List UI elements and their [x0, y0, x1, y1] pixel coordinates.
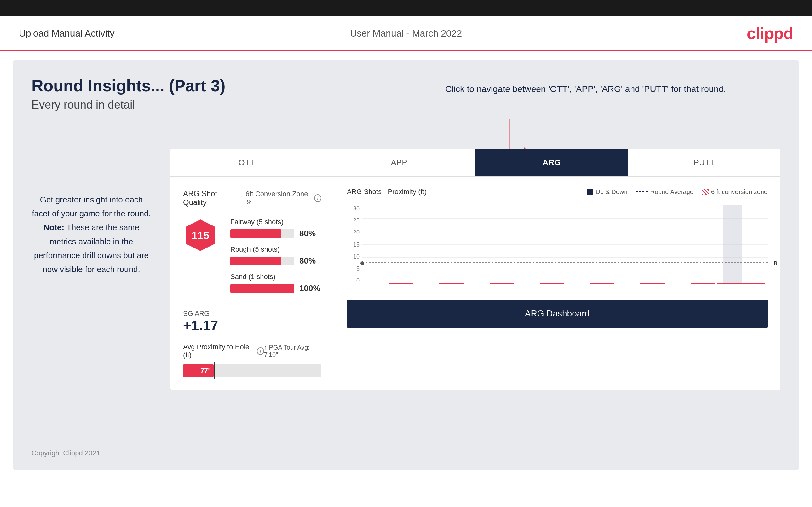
ui-panel: OTT APP ARG PUTT ARG Shot Quality 6ft Co…	[170, 149, 780, 390]
chart-y-labels: 0 5 10 15 20 25 30	[347, 205, 359, 284]
legend-box-updown	[587, 189, 593, 195]
tab-putt[interactable]: PUTT	[628, 149, 780, 176]
y-label-5: 5	[347, 266, 359, 272]
shot-label-fairway: Fairway (5 shots)	[230, 218, 321, 226]
shot-label-rough: Rough (5 shots)	[230, 245, 321, 253]
ref-value: 8	[773, 260, 777, 267]
y-label-25: 25	[347, 217, 359, 224]
proximity-avg: ↑ PGA Tour Avg: 7'10"	[264, 344, 321, 358]
bar-group-2	[415, 283, 464, 284]
bar-track-sand	[230, 284, 294, 293]
panel-header-title: ARG Shot Quality	[183, 189, 239, 207]
sg-label: SG ARG	[183, 309, 321, 318]
panel-header-subtitle: 6ft Conversion Zone % i	[246, 190, 321, 206]
y-label-10: 10	[347, 253, 359, 260]
proximity-section: Avg Proximity to Hole (ft) i ↑ PGA Tour …	[183, 343, 321, 377]
panel-body: ARG Shot Quality 6ft Conversion Zone % i…	[170, 177, 780, 390]
chart-area: 0 5 10 15 20 25 30	[347, 205, 768, 293]
legend-hatched-conversion	[702, 189, 709, 195]
hexagon-value: 115	[192, 229, 209, 241]
legend-item-updown: Up & Down	[587, 188, 627, 195]
proximity-label: Avg Proximity to Hole (ft) i	[183, 343, 264, 359]
y-label-30: 30	[347, 205, 359, 212]
chart-bar-hatched	[640, 283, 665, 284]
left-panel: ARG Shot Quality 6ft Conversion Zone % i…	[170, 177, 334, 390]
hexagon-container: 115 Fairway (5 shots) 80%	[183, 218, 321, 300]
right-panel: ARG Shots - Proximity (ft) Up & Down Rou…	[334, 177, 780, 390]
bar-fill-fairway	[230, 229, 282, 238]
chart-bar-hatched	[490, 283, 514, 284]
shot-bars: Fairway (5 shots) 80% Rough (5 shots)	[230, 218, 321, 300]
legend-dashed-roundavg	[636, 191, 648, 192]
bar-pct-fairway: 80%	[299, 229, 321, 238]
bar-group-4	[516, 283, 564, 284]
bar-pct-sand: 100%	[299, 283, 321, 293]
legend-item-roundavg: Round Average	[636, 188, 694, 195]
proximity-header: Avg Proximity to Hole (ft) i ↑ PGA Tour …	[183, 343, 321, 359]
bar-pct-rough: 80%	[299, 256, 321, 266]
shot-row-sand: Sand (1 shots) 100%	[230, 273, 321, 293]
tab-bar: OTT APP ARG PUTT	[170, 149, 780, 177]
tab-ott[interactable]: OTT	[170, 149, 323, 176]
shot-row-rough: Rough (5 shots) 80%	[230, 245, 321, 266]
tab-app[interactable]: APP	[323, 149, 475, 176]
bar-group-1	[365, 283, 413, 284]
proximity-bar-fill: 77'	[183, 364, 214, 377]
proximity-bar-track: 77'	[183, 364, 321, 377]
tab-arg[interactable]: ARG	[475, 149, 628, 176]
section-subtitle: Every round in detail	[32, 98, 780, 111]
y-label-0: 0	[347, 277, 359, 284]
chart-bars	[362, 205, 768, 284]
bar-group-6	[616, 283, 665, 284]
info-icon[interactable]: i	[314, 194, 321, 202]
chart-bar-hatched	[691, 283, 715, 284]
bar-fill-rough	[230, 257, 282, 266]
bar-track-fairway	[230, 229, 294, 238]
proximity-info-icon[interactable]: i	[257, 347, 264, 355]
upload-label[interactable]: Upload Manual Activity	[19, 28, 115, 39]
footer-copyright: Copyright Clippd 2021	[32, 449, 100, 457]
bar-group-5	[566, 283, 614, 284]
sg-section: SG ARG +1.17	[183, 309, 321, 334]
y-label-20: 20	[347, 229, 359, 236]
chart-bar-hatched-full	[717, 283, 765, 284]
bar-group-7	[666, 283, 715, 284]
dashboard-btn[interactable]: ARG Dashboard	[347, 300, 768, 328]
proximity-cursor	[214, 362, 215, 379]
shot-label-sand: Sand (1 shots)	[230, 273, 321, 281]
header-center-label: User Manual - March 2022	[350, 28, 462, 39]
chart-bar-hatched	[439, 283, 463, 284]
left-description: Get greater insight into each facet of y…	[32, 193, 151, 276]
hexagon-badge: 115	[183, 218, 218, 252]
sg-value: +1.17	[183, 318, 321, 334]
shot-row-fairway: Fairway (5 shots) 80%	[230, 218, 321, 238]
right-panel-header: ARG Shots - Proximity (ft) Up & Down Rou…	[347, 188, 768, 196]
nav-annotation: Click to navigate between 'OTT', 'APP', …	[445, 82, 726, 96]
legend: Up & Down Round Average 6 ft conversion …	[587, 188, 768, 195]
legend-item-conversion: 6 ft conversion zone	[702, 188, 768, 195]
bar-track-rough	[230, 257, 294, 266]
bar-fill-sand	[230, 284, 294, 293]
bar-group-3	[465, 283, 514, 284]
bar-group-8	[717, 283, 765, 284]
header: Upload Manual Activity User Manual - Mar…	[0, 16, 812, 51]
panel-header: ARG Shot Quality 6ft Conversion Zone % i	[183, 189, 321, 207]
top-bar	[0, 0, 812, 16]
chart-bar-hatched	[590, 283, 614, 284]
chart-inner: 8	[362, 205, 768, 284]
right-panel-title: ARG Shots - Proximity (ft)	[347, 188, 427, 196]
main-content: Round Insights... (Part 3) Every round i…	[13, 60, 799, 470]
chart-bar-hatched	[389, 283, 413, 284]
chart-bar-hatched	[540, 283, 564, 284]
y-label-15: 15	[347, 241, 359, 248]
clippd-logo: clippd	[747, 24, 793, 43]
